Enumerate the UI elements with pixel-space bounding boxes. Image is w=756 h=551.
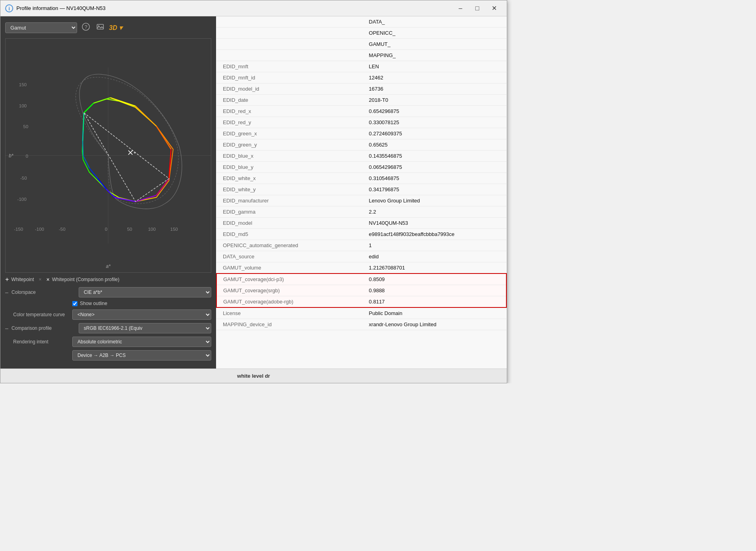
property-key: EDID_red_x <box>216 106 363 117</box>
svg-text:100: 100 <box>148 227 156 232</box>
property-value: 0.654296875 <box>363 106 506 117</box>
close-button[interactable]: ✕ <box>486 2 502 15</box>
table-row: MAPPING_ <box>216 50 506 61</box>
bottom-text: white level dr <box>237 373 270 379</box>
property-key: OPENICC_automatic_generated <box>216 240 363 251</box>
svg-text:-50: -50 <box>20 176 27 180</box>
property-value: OPENICC_ <box>363 28 506 39</box>
property-key: EDID_green_x <box>216 128 363 139</box>
window-body: Gamut ? 3D ▾ <box>0 16 507 369</box>
property-value: 0.2724609375 <box>363 128 506 139</box>
svg-text:150: 150 <box>19 82 27 87</box>
property-value: 0.341796875 <box>363 184 506 195</box>
property-value: 2018-T0 <box>363 95 506 106</box>
property-key: EDID_green_y <box>216 139 363 151</box>
minimize-button[interactable]: – <box>452 2 468 15</box>
table-row: EDID_manufacturerLenovo Group Limited <box>216 195 506 206</box>
property-key: EDID_md5 <box>216 229 363 240</box>
property-value: Public Domain <box>363 307 506 319</box>
whitepoint-label: Whitepoint <box>11 277 34 282</box>
table-row: GAMUT_coverage(adobe-rgb)0.8117 <box>216 296 506 308</box>
show-outline-label[interactable]: Show outline <box>80 301 107 306</box>
window-title: Profile information — NV140QUM-N53 <box>16 5 452 11</box>
svg-text:100: 100 <box>19 103 27 108</box>
table-row: GAMUT_coverage(dci-p3)0.8509 <box>216 274 506 285</box>
comparison-whitepoint-label: Whitepoint (Comparison profile) <box>52 277 119 282</box>
maximize-button[interactable]: □ <box>469 2 485 15</box>
view-mode-select[interactable]: Gamut <box>5 22 77 33</box>
svg-text:0: 0 <box>105 227 107 232</box>
comparison-profile-row: – Comparison profile sRGB IEC61966-2.1 (… <box>5 323 211 333</box>
right-panel[interactable]: DATA_OPENICC_GAMUT_MAPPING_EDID_mnftLENE… <box>216 16 507 369</box>
property-key <box>216 28 363 39</box>
property-value: 0.8509 <box>363 274 506 285</box>
table-row: EDID_gamma2.2 <box>216 206 506 218</box>
rendering-label: Rendering intent <box>5 339 69 345</box>
property-key: MAPPING_device_id <box>216 319 363 330</box>
svg-text:50: 50 <box>127 227 132 232</box>
table-row: EDID_date2018-T0 <box>216 95 506 106</box>
rendering-intent-row: Rendering intent Absolute colorimetric <box>5 337 211 347</box>
property-value: 1.21267088701 <box>363 262 506 274</box>
svg-text:50: 50 <box>23 124 28 129</box>
svg-rect-4 <box>97 24 103 29</box>
property-key: EDID_date <box>216 95 363 106</box>
property-value: 0.310546875 <box>363 173 506 184</box>
legend-row: + Whitepoint × × Whitepoint (Comparison … <box>5 276 211 283</box>
image-button[interactable] <box>95 21 106 34</box>
show-outline-row: Show outline <box>72 301 211 306</box>
property-value: 0.0654296875 <box>363 162 506 173</box>
property-key <box>216 16 363 28</box>
svg-text:-100: -100 <box>35 227 44 232</box>
property-key: GAMUT_coverage(dci-p3) <box>216 274 363 285</box>
color-temp-label: Color temperature curve <box>5 312 69 317</box>
gamut-chart-svg: 150 100 50 0 -50 -100 -150 -100 -50 0 50… <box>6 39 211 272</box>
table-row: DATA_ <box>216 16 506 28</box>
comparison-select[interactable]: sRGB IEC61966-2.1 (Equiv <box>79 323 211 333</box>
property-value: LEN <box>363 61 506 72</box>
property-value: 0.1435546875 <box>363 151 506 162</box>
property-key: EDID_mnft_id <box>216 72 363 83</box>
table-row: EDID_modelNV140QUM-N53 <box>216 218 506 229</box>
table-row: LicensePublic Domain <box>216 307 506 319</box>
table-row: OPENICC_automatic_generated1 <box>216 240 506 251</box>
property-value: edid <box>363 251 506 262</box>
property-key: License <box>216 307 363 319</box>
table-row: OPENICC_ <box>216 28 506 39</box>
property-value: 2.2 <box>363 206 506 218</box>
property-key: DATA_source <box>216 251 363 262</box>
property-value: NV140QUM-N53 <box>363 218 506 229</box>
property-key: EDID_red_y <box>216 117 363 128</box>
colorspace-row: – Colorspace CIE a*b* <box>5 287 211 297</box>
help-button[interactable]: ? <box>80 21 91 34</box>
show-outline-checkbox[interactable] <box>72 301 77 306</box>
property-key: GAMUT_coverage(adobe-rgb) <box>216 296 363 308</box>
direction-row: Device → A2B → PCS <box>5 350 211 361</box>
3d-button[interactable]: 3D ▾ <box>109 24 122 32</box>
table-row: EDID_red_y0.330078125 <box>216 117 506 128</box>
table-row: EDID_red_x0.654296875 <box>216 106 506 117</box>
property-key: EDID_mnft <box>216 61 363 72</box>
table-row: EDID_blue_x0.1435546875 <box>216 151 506 162</box>
property-key: EDID_white_y <box>216 184 363 195</box>
legend-comparison-whitepoint: × Whitepoint (Comparison profile) <box>46 276 119 283</box>
property-value: 0.65625 <box>363 139 506 151</box>
svg-text:0: 0 <box>26 154 28 159</box>
svg-text:i: i <box>8 6 10 12</box>
rendering-select[interactable]: Absolute colorimetric <box>72 337 211 347</box>
svg-text:-50: -50 <box>59 227 65 232</box>
colorspace-minus: – <box>5 289 8 295</box>
y-axis-label: b* <box>9 153 13 159</box>
table-row: GAMUT_ <box>216 39 506 50</box>
colorspace-select[interactable]: CIE a*b* <box>79 287 211 297</box>
colorspace-label: Colorspace <box>12 289 75 295</box>
property-key: EDID_manufacturer <box>216 195 363 206</box>
title-bar: i Profile information — NV140QUM-N53 – □… <box>0 0 507 16</box>
cross-icon: × <box>46 276 50 283</box>
app-icon: i <box>5 4 13 12</box>
direction-select[interactable]: Device → A2B → PCS <box>72 350 211 361</box>
svg-text:-100: -100 <box>17 197 26 202</box>
property-value: xrandr-Lenovo Group Limited <box>363 319 506 330</box>
color-temp-select[interactable]: <None> <box>72 309 211 320</box>
property-key: EDID_gamma <box>216 206 363 218</box>
